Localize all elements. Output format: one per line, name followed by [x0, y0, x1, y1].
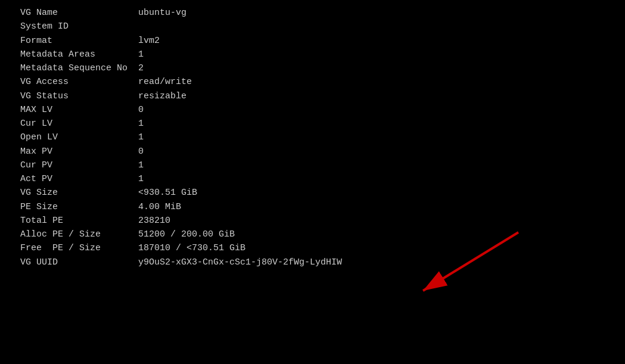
row-label: VG UUID [10, 257, 138, 267]
row-value: 1 [138, 132, 144, 142]
row-value: ubuntu-vg [138, 8, 186, 18]
row-label: Act PV [10, 174, 138, 184]
row-value: lvm2 [138, 36, 160, 46]
table-row: Free PE / Size 187010 / <730.51 GiB [10, 241, 615, 255]
row-value: resizable [138, 91, 186, 101]
table-row: Total PE 238210 [10, 214, 615, 228]
row-label: VG Access [10, 77, 138, 87]
row-label: Metadata Sequence No [10, 63, 138, 73]
table-row: Alloc PE / Size 51200 / 200.00 GiB [10, 228, 615, 241]
table-row: Act PV 1 [10, 172, 615, 186]
table-row: VG Access read/write [10, 75, 615, 89]
row-value: 2 [138, 63, 144, 73]
table-row: VG Status resizable [10, 89, 615, 103]
row-label: Format [10, 36, 138, 46]
row-label: Total PE [10, 216, 138, 226]
row-label: Cur PV [10, 160, 138, 170]
row-value: y9OuS2-xGX3-CnGx-cSc1-j80V-2fWg-LydHIW [138, 257, 342, 267]
table-row: Max PV 0 [10, 145, 615, 158]
row-value: <930.51 GiB [138, 188, 197, 198]
row-value: 1 [138, 119, 144, 129]
row-label: Alloc PE / Size [10, 229, 138, 239]
table-row: Format lvm2 [10, 34, 615, 48]
row-value: 51200 / 200.00 GiB [138, 229, 235, 239]
table-row: MAX LV 0 [10, 103, 615, 117]
row-value: 1 [138, 49, 144, 60]
row-label: VG Size [10, 188, 138, 198]
row-label: Cur LV [10, 119, 138, 129]
row-value: read/write [138, 77, 192, 87]
row-label: System ID [10, 21, 138, 32]
row-label: MAX LV [10, 105, 138, 115]
row-label: Free PE / Size [10, 243, 138, 253]
row-value: 0 [138, 147, 144, 157]
row-value: 1 [138, 174, 144, 184]
table-row: System ID [10, 20, 615, 33]
table-row: VG Name ubuntu-vg [10, 6, 615, 20]
table-row: PE Size 4.00 MiB [10, 200, 615, 214]
row-value: 4.00 MiB [138, 202, 181, 212]
row-value: 0 [138, 105, 144, 115]
row-label: Max PV [10, 147, 138, 157]
row-label: Metadata Areas [10, 49, 138, 60]
row-label: VG Name [10, 8, 138, 18]
row-label: VG Status [10, 91, 138, 101]
table-row: Cur LV 1 [10, 117, 615, 130]
row-value: 238210 [138, 216, 170, 226]
row-label: PE Size [10, 202, 138, 212]
table-row: VG Size <930.51 GiB [10, 186, 615, 200]
row-value: 187010 / <730.51 GiB [138, 243, 245, 253]
table-row: Open LV 1 [10, 130, 615, 144]
table-row: Metadata Areas 1 [10, 48, 615, 61]
table-row: Cur PV 1 [10, 158, 615, 172]
terminal-window: VG Name ubuntu-vg System ID Format lvm2 … [0, 0, 625, 364]
table-row: VG UUID y9OuS2-xGX3-CnGx-cSc1-j80V-2fWg-… [10, 256, 615, 269]
table-row: Metadata Sequence No 2 [10, 61, 615, 75]
row-label: Open LV [10, 132, 138, 142]
row-value: 1 [138, 160, 144, 170]
